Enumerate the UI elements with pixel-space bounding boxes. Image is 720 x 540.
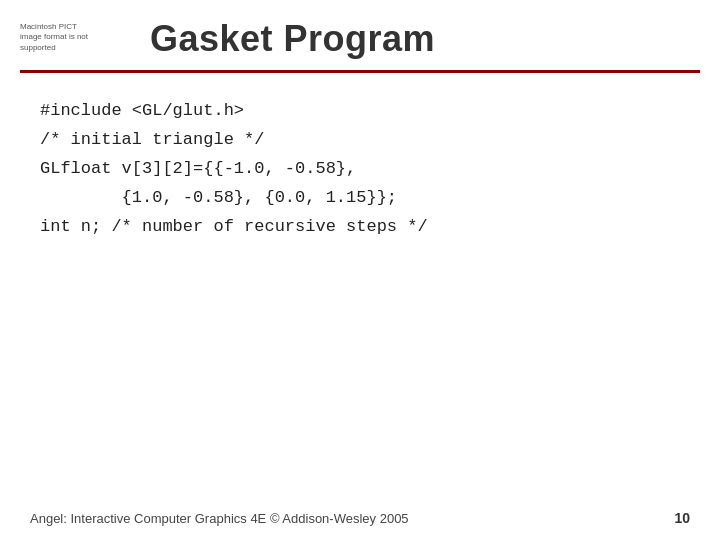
content-area: #include <GL/glut.h> /* initial triangle…	[0, 73, 720, 251]
footer-page-number: 10	[674, 510, 690, 526]
slide-title: Gasket Program	[150, 18, 435, 60]
code-line-8: int n; /* number of recursive steps */	[40, 213, 680, 242]
code-line-3: /* initial triangle */	[40, 126, 680, 155]
pict-placeholder: Macintosh PICT image format is not suppo…	[20, 22, 90, 53]
footer-citation: Angel: Interactive Computer Graphics 4E …	[30, 511, 409, 526]
code-line-1: #include <GL/glut.h>	[40, 97, 680, 126]
code-line-6: {1.0, -0.58}, {0.0, 1.15}};	[40, 184, 680, 213]
code-line-5: GLfloat v[3][2]={{-1.0, -0.58},	[40, 155, 680, 184]
footer: Angel: Interactive Computer Graphics 4E …	[0, 510, 720, 526]
header-area: Macintosh PICT image format is not suppo…	[0, 0, 720, 60]
code-block: #include <GL/glut.h> /* initial triangle…	[40, 97, 680, 241]
slide-container: Macintosh PICT image format is not suppo…	[0, 0, 720, 540]
